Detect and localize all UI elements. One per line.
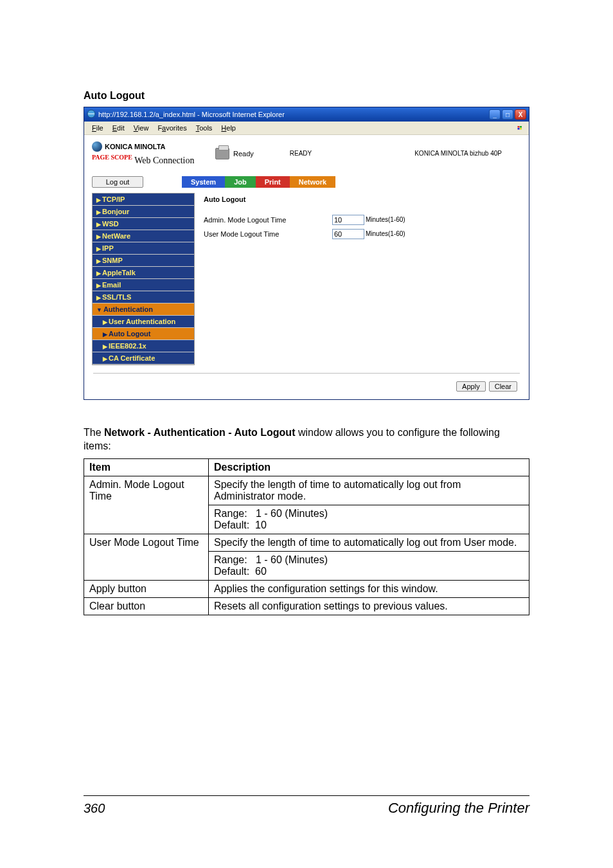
sidebar-item-email[interactable]: ▶Email bbox=[93, 279, 194, 291]
form-title: Auto Logout bbox=[204, 195, 515, 203]
clear-button[interactable]: Clear bbox=[489, 381, 517, 392]
tab-system[interactable]: System bbox=[182, 176, 225, 188]
svg-rect-1 bbox=[518, 126, 520, 128]
cell-desc: Resets all configuration settings to pre… bbox=[209, 597, 529, 615]
brand-sub: PAGE SCOPE Web Connection bbox=[92, 154, 214, 166]
svg-rect-2 bbox=[520, 126, 522, 128]
globe-icon bbox=[92, 141, 102, 152]
label-admin-logout: Admin. Mode Logout Time bbox=[204, 216, 332, 224]
unit-admin: Minutes(1-60) bbox=[366, 216, 405, 223]
maximize-button[interactable]: □ bbox=[502, 109, 513, 120]
sidebar-item-ipp[interactable]: ▶IPP bbox=[93, 242, 194, 255]
close-button[interactable]: X bbox=[515, 109, 526, 120]
sidebar-item-ieee8021x[interactable]: ▶IEEE802.1x bbox=[93, 340, 194, 352]
menu-edit[interactable]: Edit bbox=[109, 123, 129, 133]
titlebar: http://192.168.1.2/a_index.html - Micros… bbox=[84, 107, 529, 122]
th-item: Item bbox=[84, 458, 209, 476]
label-user-logout: User Mode Logout Time bbox=[204, 230, 332, 238]
table-row: Clear button Resets all configuration se… bbox=[84, 597, 529, 615]
cell-desc: Specify the length of time to automatica… bbox=[209, 476, 529, 505]
tab-job[interactable]: Job bbox=[225, 176, 256, 188]
table-row: Apply button Applies the configuration s… bbox=[84, 580, 529, 597]
cell-item: Apply button bbox=[84, 580, 209, 597]
printer-status: Ready READY bbox=[215, 148, 312, 159]
menu-view[interactable]: View bbox=[130, 123, 153, 133]
page-number: 360 bbox=[84, 801, 105, 816]
input-admin-logout[interactable] bbox=[332, 215, 364, 225]
page-header: KONICA MINOLTA PAGE SCOPE Web Connection… bbox=[88, 139, 525, 171]
ie-icon bbox=[87, 109, 96, 120]
table-row: Admin. Mode Logout Time Specify the leng… bbox=[84, 476, 529, 505]
sidebar-item-auto-logout[interactable]: ▶Auto Logout bbox=[93, 328, 194, 340]
cell-desc: Specify the length of time to automatica… bbox=[209, 534, 529, 551]
sidebar-item-appletalk[interactable]: ▶AppleTalk bbox=[93, 267, 194, 279]
tab-network[interactable]: Network bbox=[290, 176, 335, 188]
form-row-user: User Mode Logout Time Minutes(1-60) bbox=[204, 229, 515, 239]
content-area: KONICA MINOLTA PAGE SCOPE Web Connection… bbox=[84, 135, 529, 399]
sidebar-item-user-auth[interactable]: ▶User Authentication bbox=[93, 316, 194, 328]
section-title: Auto Logout bbox=[84, 90, 529, 102]
sidebar-item-bonjour[interactable]: ▶Bonjour bbox=[93, 206, 194, 218]
cell-item: Clear button bbox=[84, 597, 209, 615]
button-row: Apply Clear bbox=[88, 377, 525, 395]
windows-flag-icon bbox=[513, 123, 526, 133]
sidebar-item-ca-cert[interactable]: ▶CA Certificate bbox=[93, 352, 194, 365]
brand-text: KONICA MINOLTA bbox=[105, 143, 166, 150]
cell-desc: Range: 1 - 60 (Minutes) Default: 60 bbox=[209, 551, 529, 580]
form-area: Auto Logout Admin. Mode Logout Time Minu… bbox=[197, 193, 521, 246]
sidebar-item-wsd[interactable]: ▶WSD bbox=[93, 218, 194, 230]
sidebar-item-netware[interactable]: ▶NetWare bbox=[93, 230, 194, 242]
sidebar-item-authentication[interactable]: ▼Authentication bbox=[93, 303, 194, 316]
body-text: The Network - Authentication - Auto Logo… bbox=[84, 426, 529, 453]
input-user-logout[interactable] bbox=[332, 229, 364, 239]
footer: 360 Configuring the Printer bbox=[84, 795, 529, 817]
svg-rect-4 bbox=[520, 128, 522, 130]
cell-desc: Range: 1 - 60 (Minutes) Default: 10 bbox=[209, 505, 529, 534]
th-desc: Description bbox=[209, 458, 529, 476]
status-label: READY bbox=[290, 150, 312, 157]
form-row-admin: Admin. Mode Logout Time Minutes(1-60) bbox=[204, 215, 515, 225]
apply-button[interactable]: Apply bbox=[456, 381, 486, 392]
menu-file[interactable]: File bbox=[88, 123, 107, 133]
minimize-button[interactable]: _ bbox=[489, 109, 501, 120]
cell-desc: Applies the configuration settings for t… bbox=[209, 580, 529, 597]
window-title: http://192.168.1.2/a_index.html - Micros… bbox=[98, 111, 285, 118]
table-row: User Mode Logout Time Specify the length… bbox=[84, 534, 529, 551]
divider bbox=[93, 373, 520, 374]
description-table: Item Description Admin. Mode Logout Time… bbox=[84, 458, 529, 615]
cell-item: User Mode Logout Time bbox=[84, 534, 209, 580]
menu-favorites[interactable]: Favorites bbox=[154, 123, 190, 133]
logout-button[interactable]: Log out bbox=[92, 176, 143, 188]
svg-rect-3 bbox=[518, 128, 520, 130]
cell-item: Admin. Mode Logout Time bbox=[84, 476, 209, 534]
tab-row: Log out System Job Print Network bbox=[92, 176, 521, 188]
tab-print[interactable]: Print bbox=[256, 176, 290, 188]
window-controls: _ □ X bbox=[489, 109, 526, 120]
unit-user: Minutes(1-60) bbox=[366, 230, 405, 237]
footer-text: Configuring the Printer bbox=[388, 800, 529, 817]
sidebar: ▶TCP/IP ▶Bonjour ▶WSD ▶NetWare ▶IPP ▶SNM… bbox=[92, 193, 195, 365]
menu-tools[interactable]: Tools bbox=[192, 123, 217, 133]
sidebar-item-tcpip[interactable]: ▶TCP/IP bbox=[93, 194, 194, 206]
model-text: KONICA MINOLTA bizhub 40P bbox=[414, 150, 521, 157]
status-ready: Ready bbox=[233, 150, 254, 158]
browser-window: http://192.168.1.2/a_index.html - Micros… bbox=[84, 107, 529, 400]
printer-icon bbox=[215, 148, 229, 159]
menubar: File Edit View Favorites Tools Help bbox=[84, 122, 529, 135]
menu-help[interactable]: Help bbox=[217, 123, 240, 133]
sidebar-item-ssltls[interactable]: ▶SSL/TLS bbox=[93, 291, 194, 303]
sidebar-item-snmp[interactable]: ▶SNMP bbox=[93, 255, 194, 267]
